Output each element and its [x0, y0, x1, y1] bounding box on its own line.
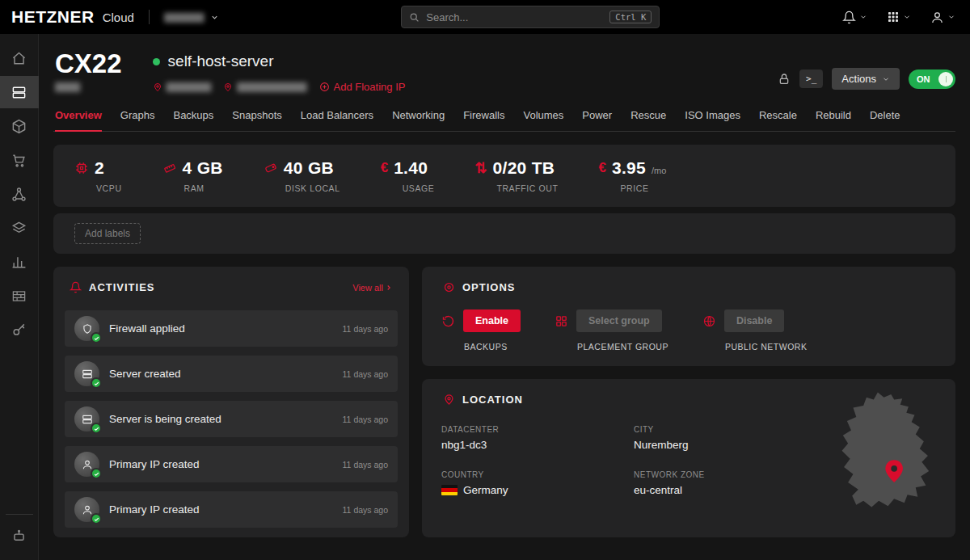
- security-key-icon: [11, 322, 27, 338]
- power-toggle[interactable]: ON: [909, 69, 955, 89]
- plus-circle-icon: [319, 82, 330, 92]
- apps-menu[interactable]: [887, 11, 911, 23]
- success-check-icon: [91, 332, 102, 343]
- user-icon: [930, 11, 944, 24]
- target-icon: [443, 281, 455, 293]
- search-wrap: Ctrl K: [227, 6, 834, 28]
- sidebar-item-servers[interactable]: [0, 76, 39, 108]
- disable-public-network-button[interactable]: Disable: [724, 309, 784, 332]
- sidebar-item-firewalls[interactable]: [0, 280, 39, 312]
- view-all-label: View all: [352, 283, 383, 293]
- sidebar-item-support[interactable]: [0, 520, 39, 552]
- group-squares-icon: [555, 314, 568, 328]
- redacted-ipv4: █████████: [167, 82, 211, 91]
- tab-rebuild[interactable]: Rebuild: [816, 109, 851, 131]
- tab-volumes[interactable]: Volumes: [523, 109, 563, 131]
- activities-title: ACTIVITIES: [89, 281, 155, 293]
- stat-price: € 3.95 /mo PRICE: [598, 158, 666, 193]
- tab-networking[interactable]: Networking: [392, 109, 445, 131]
- tab-delete[interactable]: Delete: [870, 109, 900, 131]
- tab-rescue[interactable]: Rescue: [630, 109, 666, 131]
- option-placement-group: Select group PLACEMENT GROUP: [555, 309, 668, 352]
- tab-rescale[interactable]: Rescale: [759, 109, 797, 131]
- sidebar-item-marketplace[interactable]: [0, 144, 39, 176]
- view-all-link[interactable]: View all: [352, 283, 393, 293]
- sidebar-item-home[interactable]: [0, 42, 39, 74]
- sidebar: [0, 34, 39, 560]
- topbar-divider: [149, 10, 150, 24]
- stat-suffix: /mo: [652, 166, 666, 178]
- server-controls: >_ Actions ON: [778, 50, 955, 90]
- stat-value: 2: [95, 158, 104, 178]
- stat-label: USAGE: [403, 183, 435, 193]
- sidebar-item-networks[interactable]: [0, 178, 39, 210]
- stat-label: PRICE: [620, 183, 666, 193]
- activity-row: Server created 11 days ago: [65, 356, 398, 392]
- stat-label: DISK LOCAL: [285, 183, 340, 193]
- search-bar[interactable]: Ctrl K: [401, 6, 660, 28]
- bell-icon: [70, 281, 82, 293]
- euro-icon: €: [381, 160, 388, 176]
- germany-map: [826, 390, 946, 513]
- tab-power[interactable]: Power: [582, 109, 612, 131]
- labels-card: Add labels: [53, 213, 955, 254]
- field-datacenter: DATACENTER nbg1-dc3: [441, 425, 634, 451]
- user-icon: [74, 497, 99, 522]
- project-selector[interactable]: ████████: [164, 13, 219, 22]
- topbar-actions: [842, 11, 955, 24]
- tab-graphs[interactable]: Graphs: [120, 109, 155, 131]
- tab-iso-images[interactable]: ISO Images: [685, 109, 740, 131]
- activity-time: 11 days ago: [343, 369, 388, 379]
- success-check-icon: [91, 468, 102, 479]
- tab-backups[interactable]: Backups: [173, 109, 213, 131]
- globe-icon: [702, 314, 716, 328]
- option-label: PUBLIC NETWORK: [725, 342, 808, 352]
- field-value: Germany: [463, 484, 508, 496]
- location-card: LOCATION DATACENTER nbg1-dc3 CITY Nuremb…: [422, 379, 955, 537]
- sidebar-item-volumes[interactable]: [0, 110, 39, 142]
- location-title: LOCATION: [462, 394, 523, 406]
- chevron-down-icon: [947, 13, 955, 21]
- stat-ram: 4 GB RAM: [162, 158, 223, 193]
- stat-value: 40 GB: [284, 158, 334, 178]
- console-button[interactable]: >_: [799, 69, 823, 88]
- firewalls-icon: [11, 288, 27, 304]
- right-column: OPTIONS Enable BACKUPS: [422, 267, 955, 537]
- lock-icon[interactable]: [778, 73, 791, 86]
- sidebar-divider: [6, 514, 33, 515]
- sidebar-item-security[interactable]: [0, 314, 39, 346]
- add-floating-ip-link[interactable]: Add Floating IP: [319, 81, 406, 93]
- sidebar-item-metrics[interactable]: [0, 246, 39, 278]
- tab-snapshots[interactable]: Snapshots: [232, 109, 281, 131]
- load-balancers-icon: [11, 221, 27, 236]
- activity-time: 11 days ago: [343, 324, 388, 334]
- success-check-icon: [91, 377, 102, 389]
- stat-value: 0/20 TB: [493, 158, 555, 178]
- stat-traffic: ⇅ 0/20 TB TRAFFIC OUT: [474, 158, 558, 193]
- notifications-menu[interactable]: [842, 11, 867, 24]
- ram-icon: [162, 161, 177, 175]
- option-public-network: Disable PUBLIC NETWORK: [702, 309, 808, 352]
- sidebar-item-load-balancers[interactable]: [0, 212, 39, 244]
- stat-label: RAM: [184, 183, 223, 193]
- add-floating-ip-label: Add Floating IP: [334, 81, 406, 93]
- ipv6-address: ██████████████: [223, 82, 306, 92]
- actions-button[interactable]: Actions: [832, 68, 900, 90]
- account-menu[interactable]: [930, 11, 955, 24]
- stat-vcpu: 2 VCPU: [74, 158, 122, 193]
- actions-label: Actions: [841, 73, 876, 85]
- add-labels-button[interactable]: Add labels: [74, 223, 141, 244]
- server-stats-card: 2 VCPU 4 GB RAM 40 GB DISK LOCAL: [53, 145, 955, 207]
- topbar: HETZNER Cloud ████████ Ctrl K: [0, 0, 970, 34]
- tab-load-balancers[interactable]: Load Balancers: [301, 109, 373, 131]
- tab-firewalls[interactable]: Firewalls: [463, 109, 504, 131]
- select-placement-group-button[interactable]: Select group: [576, 309, 662, 332]
- enable-backups-button[interactable]: Enable: [463, 309, 521, 332]
- activity-time: 11 days ago: [343, 460, 388, 469]
- redacted-project-name: ████████: [164, 13, 204, 22]
- cloud-label: Cloud: [103, 11, 134, 24]
- traffic-arrows-icon: ⇅: [474, 161, 487, 175]
- search-input[interactable]: [426, 11, 603, 23]
- german-flag-icon: [441, 485, 458, 495]
- tab-overview[interactable]: Overview: [55, 109, 102, 132]
